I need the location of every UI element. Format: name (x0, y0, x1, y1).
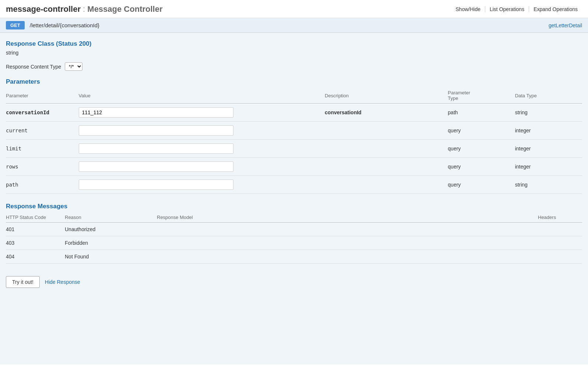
col-header-http-status: HTTP Status Code (6, 212, 65, 223)
response-headers (538, 223, 582, 236)
http-status-code: 403 (6, 236, 65, 250)
response-messages-table: HTTP Status Code Reason Response Model H… (6, 212, 582, 264)
col-header-param-type: ParameterType (448, 88, 515, 104)
param-value-input[interactable] (79, 107, 233, 118)
controller-title: Message Controller (87, 4, 162, 14)
content-type-label: Response Content Type (6, 64, 61, 70)
table-row: 404Not Found (6, 250, 582, 264)
col-header-response-model: Response Model (157, 212, 538, 223)
table-row: currentqueryinteger (6, 122, 582, 140)
param-description (325, 158, 448, 176)
response-model (157, 250, 538, 264)
data-type: string (515, 176, 582, 194)
param-type: query (448, 140, 515, 158)
method-badge: GET (6, 21, 25, 29)
parameters-table: Parameter Value Description ParameterTyp… (6, 88, 582, 194)
param-description (325, 122, 448, 140)
http-status-code: 401 (6, 223, 65, 236)
operation-id: getLetterDetail (549, 22, 582, 28)
param-value-cell (79, 158, 325, 176)
try-it-out-button[interactable]: Try it out! (6, 276, 40, 288)
content-type-row: Response Content Type */* (6, 62, 582, 71)
col-header-reason: Reason (65, 212, 157, 223)
param-value-input[interactable] (79, 143, 233, 154)
response-messages-title: Response Messages (6, 203, 582, 210)
data-type: integer (515, 122, 582, 140)
param-description (325, 140, 448, 158)
table-row: 403Forbidden (6, 236, 582, 250)
response-headers (538, 250, 582, 264)
param-type: query (448, 176, 515, 194)
col-header-data-type: Data Type (515, 88, 582, 104)
table-row: conversationIdconversationIdpathstring (6, 104, 582, 122)
param-name: limit (6, 140, 79, 158)
reason: Unauthorized (65, 223, 157, 236)
separator: : (81, 4, 87, 14)
param-name: conversationId (6, 104, 79, 122)
param-value-cell (79, 104, 325, 122)
col-header-value: Value (79, 88, 325, 104)
param-name: current (6, 122, 79, 140)
main-content: Response Class (Status 200) string Respo… (0, 33, 588, 365)
table-row: rowsqueryinteger (6, 158, 582, 176)
response-class-type: string (6, 50, 582, 56)
response-class-title: Response Class (Status 200) (6, 40, 582, 48)
bottom-actions: Try it out! Hide Response (6, 272, 582, 292)
reason: Forbidden (65, 236, 157, 250)
response-headers (538, 236, 582, 250)
param-value-cell (79, 176, 325, 194)
content-type-select[interactable]: */* (65, 62, 82, 71)
param-value-input[interactable] (79, 161, 233, 172)
col-header-headers: Headers (538, 212, 582, 223)
param-value-cell (79, 122, 325, 140)
parameters-title: Parameters (6, 78, 582, 86)
response-model (157, 236, 538, 250)
col-header-parameter: Parameter (6, 88, 79, 104)
reason: Not Found (65, 250, 157, 264)
http-status-code: 404 (6, 250, 65, 264)
table-row: limitqueryinteger (6, 140, 582, 158)
data-type: integer (515, 140, 582, 158)
table-row: 401Unauthorized (6, 223, 582, 236)
controller-name: message-controller (6, 4, 81, 14)
param-value-input[interactable] (79, 180, 233, 190)
data-type: string (515, 104, 582, 122)
param-description: conversationId (325, 104, 448, 122)
list-operations-link[interactable]: List Operations (485, 6, 529, 12)
show-hide-link[interactable]: Show/Hide (451, 6, 485, 12)
expand-operations-link[interactable]: Expand Operations (529, 6, 582, 12)
endpoint-path: /letter/detail/{conversationId} (30, 22, 549, 28)
top-header: message-controller : Message Controller … (0, 0, 588, 18)
page-title: message-controller : Message Controller (6, 4, 162, 14)
table-row: pathquerystring (6, 176, 582, 194)
param-value-cell (79, 140, 325, 158)
param-type: query (448, 122, 515, 140)
param-value-input[interactable] (79, 125, 233, 136)
top-navigation: Show/Hide List Operations Expand Operati… (451, 6, 582, 12)
param-description (325, 176, 448, 194)
param-name: path (6, 176, 79, 194)
data-type: integer (515, 158, 582, 176)
param-type: path (448, 104, 515, 122)
param-name: rows (6, 158, 79, 176)
col-header-description: Description (325, 88, 448, 104)
endpoint-row: GET /letter/detail/{conversationId} getL… (0, 18, 588, 33)
response-model (157, 223, 538, 236)
param-type: query (448, 158, 515, 176)
hide-response-link[interactable]: Hide Response (45, 279, 80, 285)
